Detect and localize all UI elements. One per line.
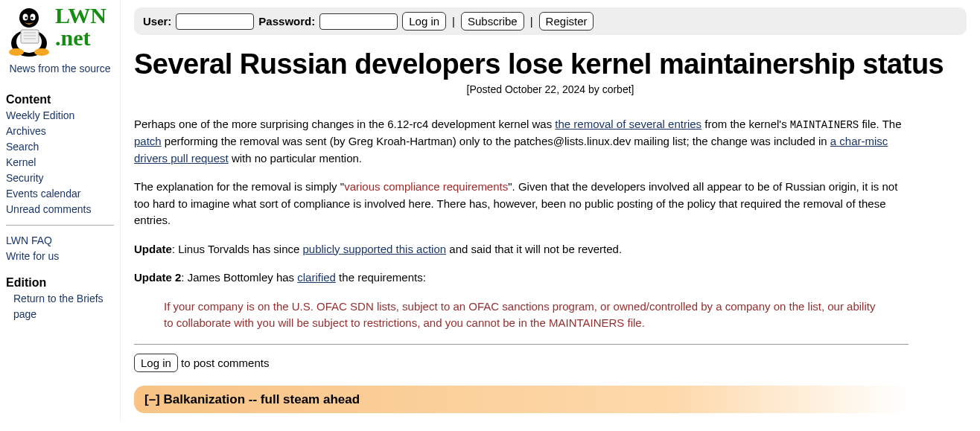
article-byline: [Posted October 22, 2024 by corbet] (134, 83, 967, 95)
logo-text-top: LWN (55, 4, 106, 27)
sidebar-divider (6, 225, 114, 226)
sidebar: LWN .net News from the source Content We… (0, 0, 121, 421)
login-bar: User: Password: Log in | Subscribe | Reg… (134, 7, 967, 35)
login-to-post-button[interactable]: Log in (134, 354, 178, 372)
post-comments-line: Log in to post comments (134, 354, 909, 372)
sidebar-heading-edition: Edition (6, 276, 114, 290)
article-body: Perhaps one of the more surprising chang… (134, 116, 909, 413)
sidebar-link-write[interactable]: Write for us (6, 249, 114, 264)
svg-point-11 (9, 48, 24, 56)
svg-point-2 (19, 8, 39, 28)
blockquote: If your company is on the U.S. OFAC SDN … (164, 298, 909, 332)
paragraph-2: The explanation for the removal is simpl… (134, 179, 909, 229)
sidebar-link-security[interactable]: Security (6, 170, 114, 186)
sidebar-heading-content: Content (6, 93, 114, 106)
article-title: Several Russian developers lose kernel m… (134, 48, 967, 80)
password-label: Password: (258, 15, 315, 28)
main-content: User: Password: Log in | Subscribe | Reg… (121, 0, 980, 421)
comment-title: Balkanization -- full steam ahead (164, 392, 360, 406)
sidebar-link-unread[interactable]: Unread comments (6, 202, 114, 217)
user-label: User: (143, 15, 171, 28)
tagline[interactable]: News from the source (6, 61, 114, 77)
svg-rect-7 (21, 30, 39, 43)
comment-header: [–] Balkanization -- full steam ahead (134, 386, 909, 414)
svg-point-12 (34, 48, 49, 56)
link-patch[interactable]: patch (134, 135, 162, 147)
sidebar-link-archives[interactable]: Archives (6, 124, 114, 139)
update2-label: Update 2 (134, 271, 181, 284)
separator: | (451, 15, 456, 28)
register-button[interactable]: Register (539, 12, 594, 31)
subscribe-button[interactable]: Subscribe (461, 12, 524, 31)
code-maintainers: MAINTAINERS (790, 119, 859, 131)
link-removal[interactable]: the removal of several entries (555, 118, 701, 130)
logo[interactable]: LWN .net (6, 4, 114, 58)
sidebar-link-faq[interactable]: LWN FAQ (6, 233, 114, 249)
svg-point-6 (31, 16, 33, 19)
sidebar-link-weekly[interactable]: Weekly Edition (6, 108, 114, 124)
penguin-logo-icon (6, 4, 52, 58)
paragraph-3: Update: Linus Torvalds has since publicl… (134, 241, 909, 258)
logo-text-bottom: .net (55, 27, 106, 49)
paragraph-1: Perhaps one of the more surprising chang… (134, 116, 909, 167)
link-supported[interactable]: publicly supported this action (303, 243, 447, 255)
article-divider (134, 344, 909, 345)
login-button[interactable]: Log in (402, 12, 446, 31)
password-input[interactable] (319, 13, 398, 30)
link-clarified[interactable]: clarified (297, 271, 336, 284)
update-label: Update (134, 243, 172, 255)
sidebar-link-kernel[interactable]: Kernel (6, 155, 114, 170)
sidebar-link-search[interactable]: Search (6, 139, 114, 155)
user-input[interactable] (176, 13, 254, 30)
comment-collapse-toggle[interactable]: [–] (144, 392, 160, 406)
sidebar-link-events[interactable]: Events calendar (6, 186, 114, 202)
svg-point-5 (25, 16, 27, 19)
sidebar-link-return[interactable]: Return to the Briefs page (6, 291, 114, 322)
separator: | (529, 15, 535, 28)
paragraph-4: Update 2: James Bottomley has clarified … (134, 269, 909, 287)
quoted-text: various compliance requirements (344, 180, 508, 193)
